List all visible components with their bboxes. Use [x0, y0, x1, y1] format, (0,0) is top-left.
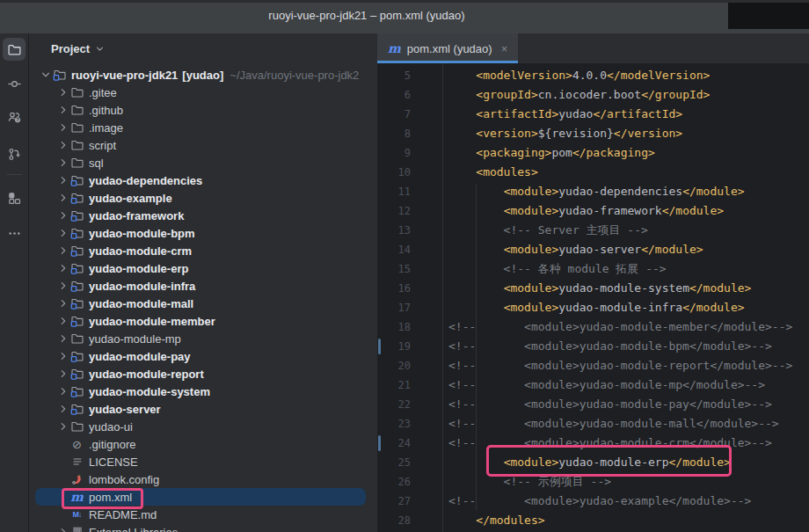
tree-item-label: yudao-module-mp	[89, 332, 181, 346]
code-line-13[interactable]: 13 <!-- Server 主项目 -->	[377, 221, 809, 240]
chevron-spacer	[56, 473, 69, 485]
tree-row-lombok-config[interactable]: lombok.config	[35, 470, 366, 488]
code-line-22[interactable]: 22<!-- <module>yudao-module-pay</module>…	[377, 395, 809, 414]
editor-body[interactable]: 5 <modelVersion>4.0.0</modelVersion>6 <g…	[377, 63, 809, 532]
chevron-collapsed-icon[interactable]	[56, 385, 69, 397]
tree-row-script[interactable]: script	[35, 136, 366, 154]
chevron-collapsed-icon[interactable]	[56, 209, 69, 222]
code-line-16[interactable]: 16 <module>yudao-module-system</module>	[377, 279, 809, 298]
chevron-collapsed-icon[interactable]	[56, 332, 69, 345]
code-line-26[interactable]: 26 <!-- 示例项目 -->	[377, 472, 809, 492]
chevron-collapsed-icon[interactable]	[56, 420, 69, 433]
tree-row-yudao-example[interactable]: yudao-example	[35, 189, 366, 207]
module-folder-icon	[69, 367, 84, 381]
code-text: <!-- <module>yudao-module-bpm</module>--…	[448, 337, 772, 356]
code-line-24[interactable]: 24<!-- <module>yudao-module-crm</module>…	[377, 434, 809, 453]
chevron-collapsed-icon[interactable]	[56, 350, 69, 362]
project-panel: Project ruoyi-vue-pro-jdk21[yudao]~/Java…	[29, 33, 377, 532]
close-icon[interactable]: ×	[501, 42, 508, 55]
code-text: <module>yudao-framework</module>	[448, 201, 724, 221]
tree-row-pom-xml[interactable]: mpom.xml	[35, 488, 366, 506]
chevron-collapsed-icon[interactable]	[56, 244, 69, 257]
code-line-6[interactable]: 6 <groupId>cn.iocoder.boot</groupId>	[377, 85, 809, 105]
tree-row--image[interactable]: .image	[35, 119, 366, 136]
code-line-8[interactable]: 8 <version>${revision}</version>	[377, 124, 809, 143]
more-icon[interactable]	[3, 222, 26, 244]
code-line-20[interactable]: 20<!-- <module>yudao-module-report</modu…	[377, 356, 809, 375]
tree-row-yudao-module-mp[interactable]: yudao-module-mp	[35, 330, 366, 347]
tree-row-license[interactable]: LICENSE	[35, 453, 366, 470]
code-line-19[interactable]: 19<!-- <module>yudao-module-bpm</module>…	[377, 337, 809, 356]
code-line-27[interactable]: 27<!-- <module>yudao-example</module>-->	[377, 492, 809, 511]
tree-row-yudao-module-report[interactable]: yudao-module-report	[35, 365, 366, 383]
code-line-11[interactable]: 11 <module>yudao-dependencies</module>	[377, 182, 809, 201]
code-line-14[interactable]: 14 <module>yudao-server</module>	[377, 240, 809, 259]
chevron-collapsed-icon[interactable]	[56, 280, 69, 292]
chevron-expanded-icon[interactable]	[39, 69, 52, 81]
line-number: 20	[377, 356, 411, 375]
tree-row-yudao-ui[interactable]: yudao-ui	[35, 418, 366, 435]
code-text: <artifactId>yudao</artifactId>	[448, 105, 682, 124]
code-line-7[interactable]: 7 <artifactId>yudao</artifactId>	[377, 105, 809, 124]
code-line-28[interactable]: 28 </modules>	[377, 511, 809, 530]
tab-pom-xml[interactable]: m pom.xml (yudao) ×	[377, 33, 518, 63]
chevron-collapsed-icon[interactable]	[56, 139, 69, 151]
line-number: 19	[377, 337, 411, 356]
tree-row-yudao-module-member[interactable]: yudao-module-member	[35, 312, 366, 330]
project-panel-header[interactable]: Project	[29, 33, 377, 63]
tree-row-yudao-module-crm[interactable]: yudao-module-crm	[35, 242, 366, 259]
module-folder-icon	[69, 226, 84, 240]
tree-row-yudao-module-mall[interactable]: yudao-module-mall	[35, 295, 366, 312]
tree-row-sql[interactable]: sql	[35, 154, 366, 171]
code-with-me-icon[interactable]: ?	[3, 106, 26, 128]
line-number: 8	[377, 124, 411, 143]
tree-row--gitee[interactable]: .gitee	[35, 84, 366, 101]
code-line-21[interactable]: 21<!-- <module>yudao-module-mp</module>-…	[377, 375, 809, 395]
chevron-collapsed-icon[interactable]	[56, 227, 69, 239]
modules-icon[interactable]	[3, 186, 26, 209]
tree-row-yudao-module-erp[interactable]: yudao-module-erp	[35, 259, 366, 277]
chevron-collapsed-icon[interactable]	[56, 262, 69, 274]
code-line-17[interactable]: 17 <module>yudao-module-infra</module>	[377, 298, 809, 317]
tree-row-ruoyi-vue-pro-jdk21[interactable]: ruoyi-vue-pro-jdk21[yudao]~/Java/ruoyi-v…	[35, 66, 366, 84]
project-folder-icon[interactable]	[3, 38, 26, 61]
code-line-23[interactable]: 23<!-- <module>yudao-module-mall</module…	[377, 414, 809, 434]
code-text: <!-- Server 主项目 -->	[448, 221, 648, 240]
commit-icon[interactable]	[3, 72, 26, 95]
tree-row-yudao-module-bpm[interactable]: yudao-module-bpm	[35, 224, 366, 242]
chevron-collapsed-icon[interactable]	[56, 121, 69, 134]
tree-row-yudao-module-infra[interactable]: yudao-module-infra	[35, 277, 366, 295]
code-line-12[interactable]: 12 <module>yudao-framework</module>	[377, 201, 809, 221]
tree-row--gitignore[interactable]: ⊘.gitignore	[35, 435, 366, 453]
chevron-collapsed-icon[interactable]	[56, 104, 69, 116]
line-number: 6	[377, 85, 411, 105]
code-line-9[interactable]: 9 <packaging>pom</packaging>	[377, 143, 809, 163]
code-line-25[interactable]: 25 <module>yudao-module-erp</module>	[377, 453, 809, 472]
chevron-collapsed-icon[interactable]	[56, 86, 69, 98]
tree-row--github[interactable]: .github	[35, 101, 366, 119]
chevron-collapsed-icon[interactable]	[56, 174, 69, 186]
chevron-collapsed-icon[interactable]	[56, 526, 69, 532]
line-number: 16	[377, 279, 411, 298]
chevron-collapsed-icon[interactable]	[56, 315, 69, 327]
chevron-collapsed-icon[interactable]	[56, 297, 69, 310]
tree-item-label: yudao-module-bpm	[89, 227, 195, 240]
tree-row-yudao-module-system[interactable]: yudao-module-system	[35, 383, 366, 400]
tree-row-external-libraries[interactable]: External Libraries	[35, 523, 366, 532]
chevron-collapsed-icon[interactable]	[56, 157, 69, 169]
code-line-18[interactable]: 18<!-- <module>yudao-module-member</modu…	[377, 317, 809, 337]
chevron-collapsed-icon[interactable]	[56, 368, 69, 380]
code-text: <modules>	[448, 163, 538, 182]
tree-row-yudao-framework[interactable]: yudao-framework	[35, 207, 366, 224]
chevron-collapsed-icon[interactable]	[56, 192, 69, 204]
git-icon[interactable]	[3, 142, 26, 165]
tree-row-readme-md[interactable]: M↓README.md	[35, 506, 366, 523]
chevron-collapsed-icon[interactable]	[56, 403, 69, 415]
tree-row-yudao-dependencies[interactable]: yudao-dependencies	[35, 171, 366, 189]
line-number: 7	[377, 105, 411, 124]
code-line-5[interactable]: 5 <modelVersion>4.0.0</modelVersion>	[377, 66, 809, 85]
code-line-10[interactable]: 10 <modules>	[377, 163, 809, 182]
tree-row-yudao-module-pay[interactable]: yudao-module-pay	[35, 347, 366, 365]
code-line-15[interactable]: 15 <!-- 各种 module 拓展 -->	[377, 259, 809, 279]
tree-row-yudao-server[interactable]: yudao-server	[35, 400, 366, 418]
